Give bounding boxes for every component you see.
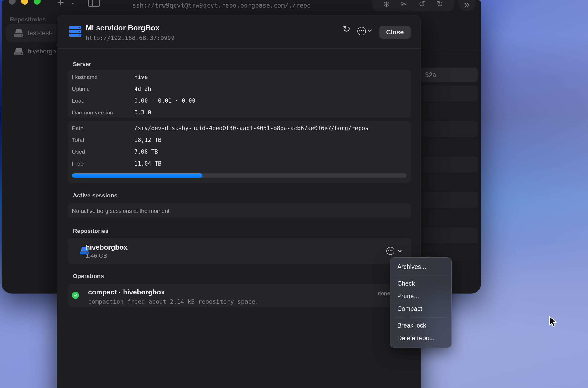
window-subtitle-ssh-url: ssh://trw9qcvt@trw9qcvt.repo.borgbase.co… [132, 2, 311, 9]
row-value: 4d 2h [134, 86, 151, 92]
sidebar-section-header: Repositories [10, 16, 46, 23]
prune-scissors-icon[interactable]: ✂ [401, 0, 408, 8]
server-info-card: Hostname hive Uptime 4d 2h Load 0.00 · 0… [68, 70, 411, 118]
archive-row-behind-sheet[interactable]: 32a [419, 68, 478, 82]
success-check-icon [72, 292, 79, 299]
header-divider [57, 48, 421, 49]
row-value: 18,12 TB [134, 137, 161, 143]
menu-item-check[interactable]: Check [390, 277, 451, 290]
row-label: Load [72, 98, 134, 104]
info-row: Hostname hive [68, 71, 411, 83]
row-label: Total [72, 137, 134, 143]
no-sessions-text: No active borg sessions at the moment. [72, 208, 171, 214]
repository-name: hiveborgbox [86, 243, 128, 252]
list-row-placeholder [419, 227, 478, 243]
mouse-cursor [549, 316, 558, 328]
drive-icon [14, 29, 23, 37]
sessions-section-heading: Active sessions [73, 192, 117, 199]
info-row: Used 7,08 TB [68, 146, 411, 158]
active-sessions-card: No active borg sessions at the moment. [68, 203, 411, 218]
menu-item-compact[interactable]: Compact [390, 303, 451, 315]
info-row: Uptime 4d 2h [68, 83, 411, 95]
repository-size: 1,46 GB [86, 252, 107, 259]
list-row-placeholder [419, 156, 478, 173]
row-label: Uptime [72, 86, 134, 92]
menu-item-prune[interactable]: Prune... [390, 290, 451, 303]
sidebar-item-label: hiveborgb [28, 48, 56, 55]
row-value: 7,08 TB [134, 149, 158, 155]
server-detail-sheet: Mi servidor BorgBox http://192.168.68.37… [57, 15, 421, 388]
row-label: Hostname [72, 74, 134, 80]
menu-item-delete-repo[interactable]: Delete repo... [390, 332, 451, 344]
list-row-placeholder [419, 103, 478, 119]
menu-item-break-lock[interactable]: Break lock [390, 319, 451, 332]
refresh-icon[interactable]: ↻ [342, 23, 350, 35]
add-menu-chevron-icon[interactable]: ⌄ [71, 0, 75, 5]
operation-row: compact · hiveborgbox compaction freed a… [68, 284, 411, 307]
chevron-down-icon[interactable] [368, 29, 372, 32]
row-value: /srv/dev-disk-by-uuid-4bed0f30-aabf-4051… [134, 125, 368, 131]
operations-section-heading: Operations [73, 273, 104, 280]
list-row-placeholder [419, 85, 478, 102]
menu-divider [395, 317, 447, 317]
info-row: Total 18,12 TB [68, 134, 411, 146]
window-minimize-button[interactable] [21, 0, 28, 5]
toolbar-button-group: ⊕ ✂ ↺ ↻ [372, 0, 454, 11]
add-circle-icon[interactable]: ⊕ [383, 0, 390, 8]
operation-title: compact · hiveborgbox [88, 288, 165, 296]
server-section-heading: Server [73, 61, 91, 68]
info-row: Free 11,04 TB [68, 158, 411, 170]
server-url: http://192.168.68.37:9999 [86, 35, 175, 41]
refresh-icon[interactable]: ↻ [437, 0, 443, 8]
repository-context-menu: Archives... Check Prune... Compact Break… [390, 257, 452, 348]
info-row: Daemon version 0.3.0 [68, 107, 411, 118]
ellipsis-menu-icon[interactable]: ••• [357, 27, 366, 35]
row-label: Used [72, 149, 134, 155]
list-row-placeholder [419, 139, 478, 155]
row-value: 0.00 · 0.01 · 0.00 [134, 98, 195, 104]
close-button[interactable]: Close [379, 26, 411, 39]
operation-detail: compaction freed about 2.14 kB repositor… [88, 298, 259, 305]
list-row-placeholder [419, 192, 478, 208]
repository-ellipsis-menu-icon[interactable]: ••• [386, 247, 394, 255]
row-value: 11,04 TB [134, 160, 161, 167]
storage-info-card: Path /srv/dev-disk-by-uuid-4bed0f30-aabf… [68, 121, 411, 183]
sheet-header: Mi servidor BorgBox http://192.168.68.37… [57, 15, 421, 48]
window-zoom-button[interactable] [34, 0, 41, 5]
info-row: Load 0.00 · 0.01 · 0.00 [68, 95, 411, 107]
sheet-title: Mi servidor BorgBox [86, 24, 159, 32]
chevron-down-icon[interactable] [398, 250, 402, 252]
toggle-sidebar-icon[interactable] [88, 0, 100, 7]
server-stack-icon [69, 26, 81, 37]
list-row-placeholder [419, 210, 478, 226]
disk-usage-progress-fill [72, 173, 202, 178]
add-repository-icon[interactable]: + [57, 0, 64, 9]
more-toolbar-items-button[interactable]: » [458, 0, 476, 11]
list-row-placeholder [419, 121, 478, 137]
operation-status: done [378, 290, 390, 297]
history-icon[interactable]: ↺ [419, 0, 426, 8]
drive-icon [14, 48, 23, 55]
window-close-button[interactable] [9, 0, 16, 5]
list-row-placeholder [419, 174, 478, 190]
menu-divider [395, 275, 447, 275]
archive-row-label: 32a [425, 71, 436, 79]
row-value: 0.3.0 [134, 109, 151, 116]
row-value: hive [134, 74, 148, 80]
row-label: Path [72, 125, 134, 131]
repository-row[interactable]: hiveborgbox 1,46 GB ••• [68, 238, 411, 264]
row-label: Daemon version [72, 109, 134, 116]
sidebar-item-label: test-test- [28, 29, 53, 37]
row-label: Free [72, 160, 134, 167]
double-chevron-icon: » [464, 0, 470, 10]
repositories-section-heading: Repositories [73, 228, 108, 235]
disk-usage-progress-bar [72, 173, 407, 178]
info-row: Path /srv/dev-disk-by-uuid-4bed0f30-aabf… [68, 122, 411, 134]
menu-item-archives[interactable]: Archives... [390, 261, 451, 273]
